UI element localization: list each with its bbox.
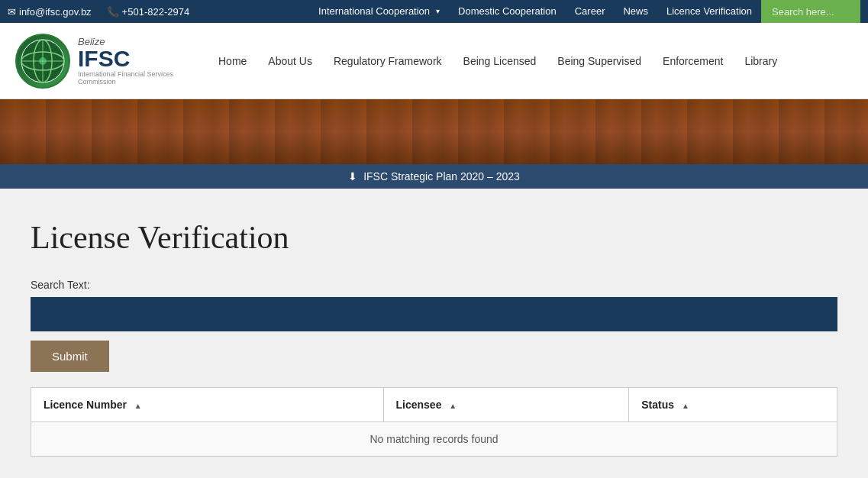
col-licensee[interactable]: Licensee ▲ (383, 388, 629, 422)
chevron-down-icon: ▾ (436, 0, 440, 23)
main-content: License Verification Search Text: Submit… (0, 189, 868, 478)
email-info: ✉ info@ifsc.gov.bz (8, 6, 92, 18)
logo[interactable]: Belize IFSC International Financial Serv… (15, 34, 185, 89)
download-icon: ⬇ (348, 170, 357, 182)
col-licence-number[interactable]: Licence Number ▲ (31, 388, 384, 422)
logo-image (15, 34, 70, 89)
search-input[interactable] (761, 0, 860, 23)
top-bar-nav: International Cooperation ▾ Domestic Coo… (309, 0, 761, 23)
no-records-message: No matching records found (31, 422, 837, 457)
main-navigation: Belize IFSC International Financial Serv… (0, 23, 868, 99)
nav-item-library[interactable]: Library (734, 23, 788, 99)
results-table: Licence Number ▲ Licensee ▲ Status ▲ No … (31, 387, 837, 457)
top-bar: ✉ info@ifsc.gov.bz 📞 +501-822-2974 Inter… (0, 0, 868, 23)
table-header-row: Licence Number ▲ Licensee ▲ Status ▲ (31, 388, 837, 422)
phone-info: 📞 +501-822-2974 (107, 6, 190, 18)
nav-item-home[interactable]: Home (208, 23, 257, 99)
nav-international-cooperation[interactable]: International Cooperation ▾ (309, 0, 449, 23)
submit-button[interactable]: Submit (31, 341, 109, 372)
col-status[interactable]: Status ▲ (629, 388, 837, 422)
no-records-row: No matching records found (31, 422, 837, 457)
phone-icon: 📞 (107, 6, 119, 18)
nav-career[interactable]: Career (566, 0, 615, 23)
license-search-input[interactable] (31, 297, 837, 331)
page-title: License Verification (31, 219, 837, 256)
sort-icon-status: ▲ (682, 402, 689, 410)
sort-icon-licensee: ▲ (449, 402, 457, 410)
nav-news[interactable]: News (614, 0, 657, 23)
nav-item-enforcement[interactable]: Enforcement (652, 23, 734, 99)
nav-item-regulatory[interactable]: Regulatory Framework (323, 23, 453, 99)
nav-item-about[interactable]: About Us (257, 23, 323, 99)
top-bar-contact: ✉ info@ifsc.gov.bz 📞 +501-822-2974 (8, 6, 309, 18)
nav-domestic-cooperation[interactable]: Domestic Cooperation (449, 0, 566, 23)
sort-icon-licence: ▲ (134, 402, 142, 410)
search-text-label: Search Text: (31, 279, 837, 291)
nav-item-supervised[interactable]: Being Supervised (547, 23, 652, 99)
email-icon: ✉ (8, 6, 16, 18)
strategic-plan-bar[interactable]: ⬇ IFSC Strategic Plan 2020 – 2023 (0, 164, 868, 189)
nav-licence-verification[interactable]: Licence Verification (657, 0, 761, 23)
logo-text: Belize IFSC International Financial Serv… (78, 36, 185, 86)
main-nav-links: Home About Us Regulatory Framework Being… (208, 23, 788, 99)
hero-banner (0, 99, 868, 164)
nav-item-licensed[interactable]: Being Licensed (453, 23, 547, 99)
